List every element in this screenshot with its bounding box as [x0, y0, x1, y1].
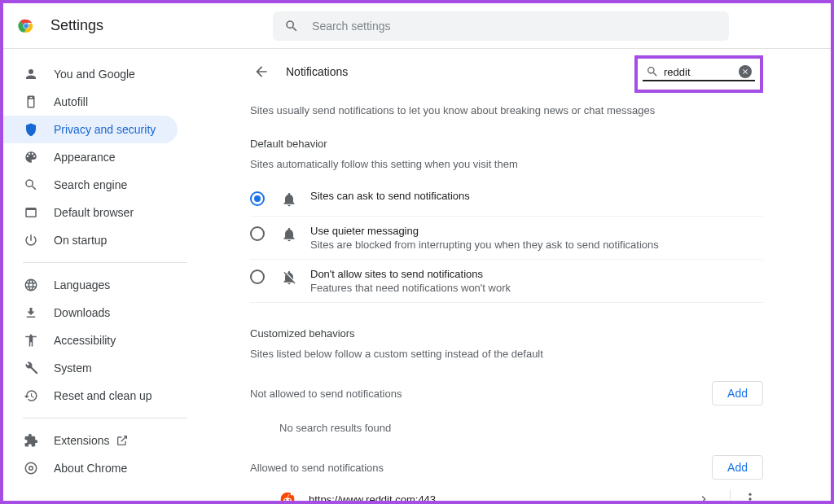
- app-title: Settings: [50, 17, 103, 34]
- shield-icon: [24, 122, 38, 137]
- more-vert-icon[interactable]: [742, 491, 758, 504]
- sidebar-item-label: Privacy and security: [54, 123, 156, 136]
- sidebar-item-autofill[interactable]: Autofill: [3, 88, 178, 116]
- add-allowed-button[interactable]: Add: [712, 455, 763, 480]
- filter-input[interactable]: reddit: [643, 64, 755, 81]
- person-icon: [24, 67, 38, 81]
- sidebar-item-label: Autofill: [54, 95, 88, 108]
- radio-label: Use quieter messaging: [310, 225, 763, 237]
- chevron-right-icon[interactable]: [697, 493, 710, 504]
- radio-sublabel: Sites are blocked from interrupting you …: [310, 239, 763, 251]
- svg-point-4: [29, 467, 33, 471]
- radio-sublabel: Features that need notifications won't w…: [310, 282, 763, 294]
- sidebar-item-languages[interactable]: Languages: [3, 271, 178, 299]
- site-row: https://www.reddit.com:443: [250, 480, 763, 504]
- radio-label: Sites can ask to send notifications: [310, 190, 763, 202]
- radio-button[interactable]: [250, 191, 265, 206]
- sidebar-item-extensions[interactable]: Extensions: [3, 427, 178, 454]
- sidebar-item-appearance[interactable]: Appearance: [3, 143, 178, 171]
- radio-button[interactable]: [250, 226, 265, 241]
- svg-point-3: [25, 462, 37, 474]
- sidebar-item-label: You and Google: [54, 68, 135, 81]
- sidebar-item-accessibility[interactable]: Accessibility: [3, 327, 178, 354]
- chrome-outline-icon: [24, 461, 38, 476]
- customized-behaviors-title: Customized behaviors: [250, 327, 763, 340]
- sidebar-item-label: Languages: [54, 278, 110, 291]
- app-header: Settings Search settings: [3, 3, 831, 49]
- clipboard-icon: [24, 94, 38, 109]
- sidebar: You and Google Autofill Privacy and secu…: [3, 49, 207, 501]
- sidebar-item-label: Default browser: [54, 206, 134, 219]
- sidebar-item-label: About Chrome: [54, 462, 127, 475]
- radio-option-quieter[interactable]: Use quieter messagingSites are blocked f…: [250, 217, 763, 260]
- power-icon: [24, 233, 38, 248]
- palette-icon: [24, 150, 38, 164]
- wrench-icon: [24, 361, 38, 375]
- add-not-allowed-button[interactable]: Add: [712, 381, 763, 405]
- sidebar-item-label: Reset and clean up: [54, 389, 152, 402]
- not-allowed-label: Not allowed to send notifications: [250, 388, 402, 400]
- sidebar-item-reset-and-clean-up[interactable]: Reset and clean up: [3, 382, 178, 410]
- radio-option-block[interactable]: Don't allow sites to send notificationsF…: [250, 260, 763, 303]
- back-button[interactable]: [250, 60, 273, 83]
- bell-off-icon: [281, 270, 297, 286]
- filter-highlight-box: reddit: [634, 55, 763, 93]
- svg-point-9: [291, 493, 293, 496]
- no-search-results: No search results found: [279, 422, 763, 434]
- sidebar-item-privacy-and-security[interactable]: Privacy and security: [3, 116, 178, 143]
- search-placeholder: Search settings: [312, 20, 391, 33]
- customized-behaviors-sub: Sites listed below follow a custom setti…: [250, 348, 763, 360]
- svg-point-6: [283, 497, 292, 503]
- radio-button[interactable]: [250, 270, 265, 284]
- sidebar-item-system[interactable]: System: [3, 354, 178, 382]
- open-in-new-icon: [116, 434, 129, 447]
- divider: [730, 489, 731, 504]
- window-icon: [24, 205, 38, 220]
- accessibility-icon: [24, 333, 38, 348]
- svg-point-10: [748, 493, 751, 496]
- sidebar-item-label: System: [54, 362, 92, 375]
- svg-point-7: [285, 499, 287, 501]
- sidebar-item-default-browser[interactable]: Default browser: [3, 199, 178, 226]
- search-icon: [284, 19, 299, 33]
- allowed-label: Allowed to send notifications: [250, 462, 384, 474]
- chrome-logo-icon: [16, 16, 36, 36]
- search-icon: [646, 65, 659, 78]
- page-description: Sites usually send notifications to let …: [250, 104, 763, 116]
- globe-icon: [24, 278, 38, 292]
- reddit-favicon-icon: [279, 491, 296, 504]
- search-icon: [24, 177, 38, 192]
- page-title: Notifications: [286, 65, 348, 78]
- sidebar-item-label: Extensions: [54, 434, 109, 447]
- radio-label: Don't allow sites to send notifications: [310, 268, 763, 280]
- extension-icon: [24, 433, 38, 448]
- arrow-back-icon: [253, 64, 270, 80]
- bell-quiet-icon: [281, 226, 297, 243]
- sidebar-separator: [23, 418, 187, 419]
- svg-point-8: [289, 499, 291, 501]
- bell-icon: [281, 191, 297, 208]
- sidebar-item-downloads[interactable]: Downloads: [3, 299, 178, 327]
- settings-search-input[interactable]: Search settings: [273, 11, 729, 41]
- restore-icon: [24, 388, 38, 403]
- radio-option-ask[interactable]: Sites can ask to send notifications: [250, 182, 763, 217]
- sidebar-item-about-chrome[interactable]: About Chrome: [3, 454, 178, 482]
- sidebar-item-search-engine[interactable]: Search engine: [3, 171, 178, 199]
- svg-point-11: [748, 497, 751, 500]
- sidebar-item-label: Accessibility: [54, 334, 116, 347]
- clear-filter-button[interactable]: [739, 65, 752, 78]
- sidebar-item-on-startup[interactable]: On startup: [3, 226, 178, 254]
- download-icon: [24, 305, 38, 320]
- sidebar-item-you-and-google[interactable]: You and Google: [3, 60, 178, 88]
- default-behavior-sub: Sites automatically follow this setting …: [250, 158, 763, 170]
- sidebar-separator: [23, 262, 187, 263]
- site-url: https://www.reddit.com:443: [309, 493, 697, 505]
- sidebar-item-label: On startup: [54, 234, 107, 247]
- sidebar-item-label: Downloads: [54, 306, 110, 319]
- filter-value: reddit: [664, 66, 739, 78]
- sidebar-item-label: Search engine: [54, 178, 127, 191]
- close-icon: [741, 68, 749, 76]
- default-behavior-title: Default behavior: [250, 138, 763, 150]
- main-content: Notifications reddit Sites usually send …: [207, 49, 831, 501]
- sidebar-item-label: Appearance: [54, 151, 116, 164]
